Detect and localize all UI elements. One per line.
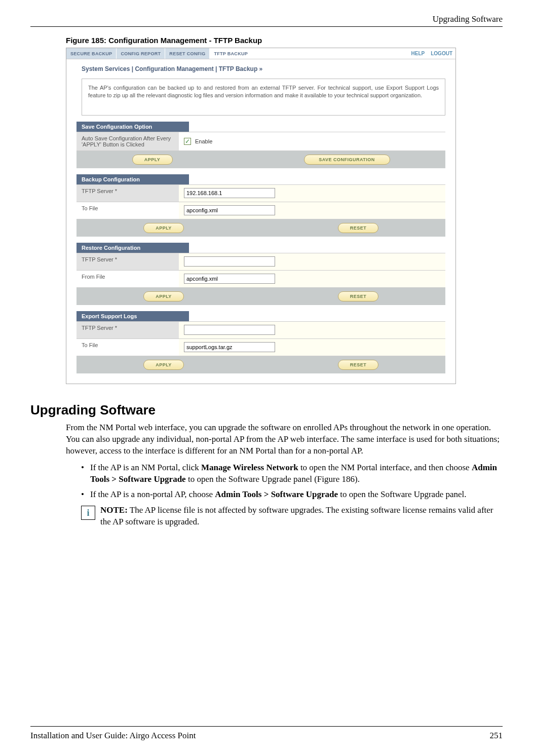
export-file-cell	[179, 339, 445, 356]
list-item: If the AP is an NM Portal, click Manage …	[81, 462, 503, 485]
info-icon: i	[81, 506, 95, 520]
section-save-option-header: Save Configuration Option	[77, 122, 189, 132]
bullet-list: If the AP is an NM Portal, click Manage …	[81, 462, 503, 501]
export-file-input[interactable]	[184, 342, 275, 352]
bold-run: Manage Wireless Network	[201, 463, 298, 472]
list-item: If the AP is a non-portal AP, choose Adm…	[81, 489, 503, 501]
figure-caption: Figure 185: Configuration Management - T…	[66, 36, 503, 45]
tab-config-report[interactable]: CONFIG REPORT	[117, 48, 165, 59]
note-text: NOTE: The AP license file is not affecte…	[100, 505, 503, 528]
backup-file-cell	[179, 202, 445, 219]
restore-buttons: APPLY RESET	[77, 288, 445, 305]
note-label: NOTE:	[100, 505, 128, 515]
restore-panel: TFTP Server * From File	[77, 253, 445, 288]
restore-file-input[interactable]	[184, 274, 275, 284]
text-run: If the AP is a non-portal AP, choose	[90, 489, 215, 499]
note-block: i NOTE: The AP license file is not affec…	[81, 505, 503, 528]
breadcrumb: System Services | Configuration Manageme…	[66, 59, 455, 79]
help-link[interactable]: HELP	[408, 48, 428, 59]
reset-button[interactable]: RESET	[338, 360, 378, 370]
backup-server-input[interactable]	[184, 188, 275, 198]
text-run: to open the Software Upgrade panel.	[338, 489, 467, 499]
footer-left: Installation and User Guide: Airgo Acces…	[30, 731, 196, 741]
export-file-label: To File	[77, 339, 179, 356]
screenshot: SECURE BACKUP CONFIG REPORT RESET CONFIG…	[66, 48, 456, 384]
tab-spacer	[252, 48, 408, 59]
reset-button[interactable]: RESET	[338, 291, 378, 301]
tab-secure-backup[interactable]: SECURE BACKUP	[66, 48, 117, 59]
autosave-label: Auto Save Configuration After Every 'APP…	[77, 132, 179, 150]
text-run: If the AP is an NM Portal, click	[90, 463, 201, 472]
description-box: The AP's configuration can be backed up …	[82, 79, 445, 116]
backup-file-input[interactable]	[184, 205, 275, 215]
section-heading: Upgrading Software	[30, 402, 503, 418]
save-option-panel: Auto Save Configuration After Every 'APP…	[77, 132, 445, 151]
save-option-buttons: APPLY SAVE CONFIGURATION	[77, 151, 445, 168]
backup-buttons: APPLY RESET	[77, 219, 445, 237]
restore-server-input[interactable]	[184, 256, 275, 267]
backup-file-label: To File	[77, 202, 179, 219]
export-panel: TFTP Server * To File	[77, 321, 445, 356]
text-run: to open the NM Portal interface, and the…	[298, 463, 472, 472]
tab-reset-config[interactable]: RESET CONFIG	[165, 48, 210, 59]
page-header: Upgrading Software	[30, 14, 503, 27]
apply-button[interactable]: APPLY	[132, 155, 173, 165]
section-restore-header: Restore Configuration	[77, 243, 189, 253]
note-body: The AP license file is not affected by s…	[100, 505, 493, 526]
apply-button[interactable]: APPLY	[143, 360, 184, 370]
restore-server-label: TFTP Server *	[77, 253, 179, 270]
backup-server-label: TFTP Server *	[77, 185, 179, 202]
section-export-header: Export Support Logs	[77, 311, 189, 321]
restore-file-cell	[179, 271, 445, 287]
apply-button[interactable]: APPLY	[143, 223, 184, 233]
export-buttons: APPLY RESET	[77, 356, 445, 373]
checkmark-icon: ✓	[185, 138, 190, 144]
backup-server-cell	[179, 185, 445, 202]
page-number: 251	[490, 731, 503, 741]
backup-panel: TFTP Server * To File	[77, 184, 445, 219]
apply-button[interactable]: APPLY	[143, 291, 184, 301]
enable-label: Enable	[195, 138, 212, 144]
enable-checkbox[interactable]: ✓	[184, 138, 191, 145]
page-footer: Installation and User Guide: Airgo Acces…	[30, 726, 503, 741]
export-server-label: TFTP Server *	[77, 322, 179, 338]
autosave-value: ✓ Enable	[179, 132, 445, 150]
restore-server-cell	[179, 253, 445, 270]
tab-tftp-backup[interactable]: TFTP BACKUP	[210, 48, 252, 59]
tab-bar: SECURE BACKUP CONFIG REPORT RESET CONFIG…	[66, 48, 455, 59]
logout-link[interactable]: LOGOUT	[428, 48, 455, 59]
restore-file-label: From File	[77, 271, 179, 287]
bold-run: Admin Tools > Software Upgrade	[215, 489, 338, 499]
intro-paragraph: From the NM Portal web interface, you ca…	[66, 422, 503, 457]
section-backup-header: Backup Configuration	[77, 174, 189, 184]
export-server-cell	[179, 322, 445, 338]
save-configuration-button[interactable]: SAVE CONFIGURATION	[304, 155, 390, 165]
text-run: to open the Software Upgrade panel (Figu…	[186, 474, 360, 484]
export-server-input[interactable]	[184, 325, 275, 335]
reset-button[interactable]: RESET	[338, 223, 378, 233]
